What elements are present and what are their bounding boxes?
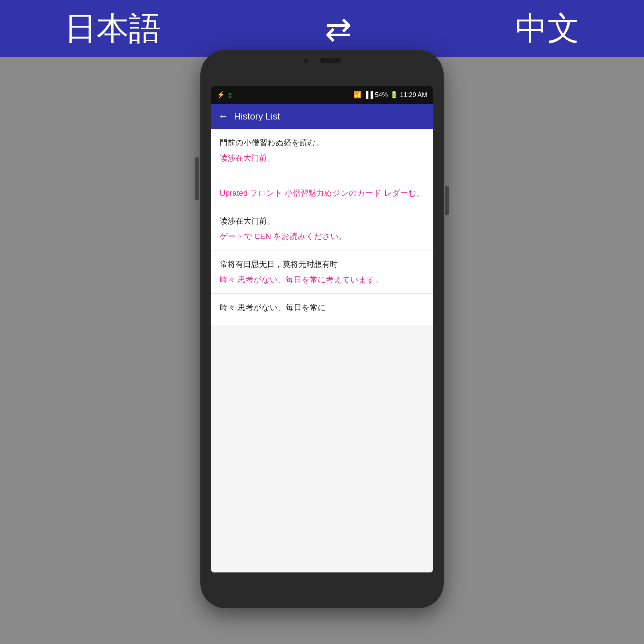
front-camera xyxy=(303,57,309,64)
original-text: 時々 思考がない、毎日を常に xyxy=(220,302,424,313)
translated-text: ゲートで CEN をお読みください。 xyxy=(220,230,424,242)
translated-text: 读涉在大门前。 xyxy=(220,152,424,164)
signal-icon: ▐▐ xyxy=(364,91,373,99)
battery-percent: 54% xyxy=(375,91,388,99)
usb-icon: ⚡ xyxy=(217,91,225,99)
translated-text: Uprated フロント 小僧習魅力ぬジンのカード レダーむ。 xyxy=(220,187,424,199)
screen-title: History List xyxy=(234,111,280,122)
phone-top-bezel xyxy=(303,57,341,64)
language-header: 日本語 ⇄ 中文 xyxy=(0,0,644,57)
list-item[interactable]: 常将有日思无日，莫将无时想有时 時々 思考がない、毎日を常に考えています。 xyxy=(211,250,433,294)
battery-icon: 🔋 xyxy=(390,91,398,99)
original-text: 读涉在大门前。 xyxy=(220,215,424,227)
translated-text: 時々 思考がない、毎日を常に考えています。 xyxy=(220,274,424,286)
list-item[interactable]: 读涉在大门前。 ゲートで CEN をお読みください。 xyxy=(211,207,433,250)
phone-screen: ⚡ ◎ 📶 ▐▐ 54% 🔋 11:29 AM ← History List xyxy=(211,86,433,572)
list-item[interactable]: 門前の小僧習わぬ経を読む。 读涉在大门前。 xyxy=(211,129,433,172)
phone-frame: ⚡ ◎ 📶 ▐▐ 54% 🔋 11:29 AM ← History List xyxy=(200,50,444,630)
spacer xyxy=(220,180,424,187)
swap-languages-icon[interactable]: ⇄ xyxy=(325,10,352,48)
phone-shell: ⚡ ◎ 📶 ▐▐ 54% 🔋 11:29 AM ← History List xyxy=(200,50,444,608)
target-language-label: 中文 xyxy=(515,7,580,50)
app-icon: ◎ xyxy=(228,92,233,98)
list-item[interactable]: Uprated フロント 小僧習魅力ぬジンのカード レダーむ。 xyxy=(211,172,433,207)
list-item[interactable]: 時々 思考がない、毎日を常に xyxy=(211,294,433,325)
volume-button xyxy=(195,157,199,200)
source-language-label: 日本語 xyxy=(64,7,161,50)
app-toolbar: ← History List xyxy=(211,104,433,129)
wifi-icon: 📶 xyxy=(353,91,361,99)
clock: 11:29 AM xyxy=(400,91,427,99)
status-right-info: 📶 ▐▐ 54% 🔋 11:29 AM xyxy=(353,91,427,99)
history-list: 門前の小僧習わぬ経を読む。 读涉在大门前。 Uprated フロント 小僧習魅力… xyxy=(211,129,433,325)
status-left-icons: ⚡ ◎ xyxy=(217,91,233,99)
status-bar: ⚡ ◎ 📶 ▐▐ 54% 🔋 11:29 AM xyxy=(211,86,433,104)
original-text: 常将有日思无日，莫将无时想有时 xyxy=(220,258,424,270)
power-button xyxy=(445,186,449,215)
original-text: 門前の小僧習わぬ経を読む。 xyxy=(220,137,424,148)
speaker xyxy=(320,58,341,63)
back-button[interactable]: ← xyxy=(218,111,228,122)
